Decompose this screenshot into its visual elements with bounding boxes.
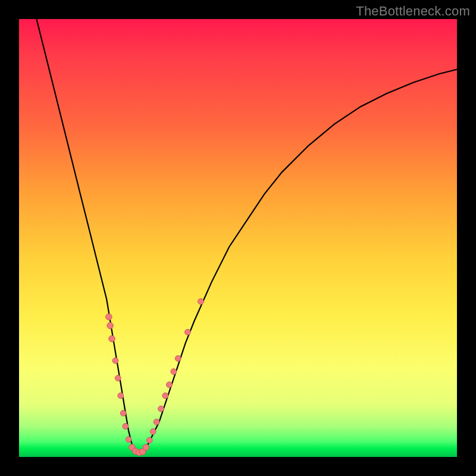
data-point [112,358,118,364]
data-point [175,356,181,362]
data-point [198,299,204,305]
data-point [162,393,168,399]
data-point [106,314,112,320]
data-point [143,444,149,451]
data-point [115,375,121,381]
data-point [154,419,159,425]
data-point [150,428,156,434]
data-point [123,424,129,430]
data-point [126,437,131,443]
watermark-text: TheBottleneck.com [356,4,470,19]
data-point [109,336,115,342]
plot-area [19,19,457,457]
data-point [107,322,114,329]
bottleneck-curve [36,19,457,453]
chart-frame: TheBottleneck.com [0,0,476,476]
data-point-markers [106,299,204,456]
data-point [146,437,152,443]
data-point [158,406,164,412]
curve-svg [19,19,457,457]
data-point [167,382,173,388]
data-point [120,411,126,416]
data-point [185,329,191,335]
data-point [171,369,177,375]
data-point [118,393,124,399]
